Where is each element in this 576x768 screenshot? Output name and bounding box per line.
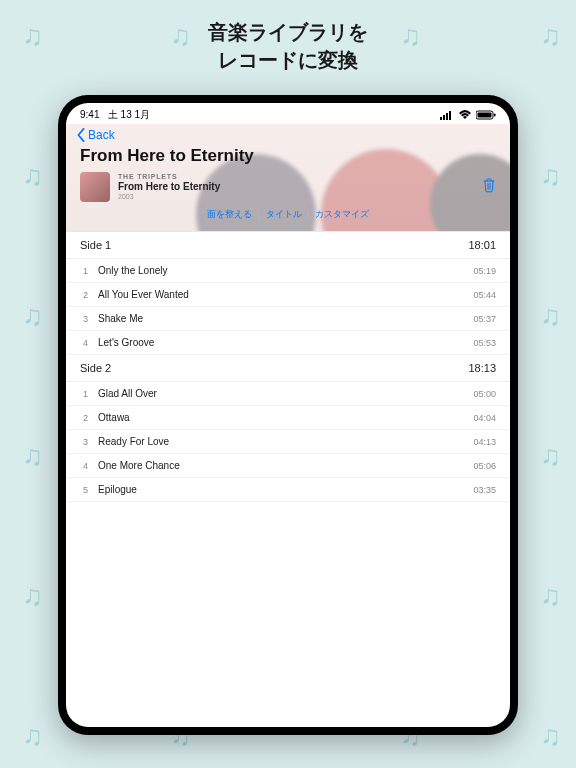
- back-button[interactable]: Back: [66, 124, 510, 144]
- track-duration: 04:04: [473, 413, 496, 423]
- track-name: Ottawa: [98, 412, 463, 423]
- svg-rect-6: [494, 114, 496, 117]
- track-duration: 05:00: [473, 389, 496, 399]
- track-number: 1: [80, 266, 88, 276]
- track-number: 2: [80, 413, 88, 423]
- album-info-row: The Triplets From Here to Eternity 2003: [66, 172, 510, 206]
- action-links: 面を整える | タイトル | カスタマイズ: [66, 206, 510, 225]
- track-row[interactable]: 1 Glad All Over 05:00: [66, 382, 510, 406]
- track-name: Shake Me: [98, 313, 463, 324]
- track-name: Only the Lonely: [98, 265, 463, 276]
- svg-rect-2: [446, 113, 448, 120]
- track-number: 4: [80, 461, 88, 471]
- track-name: Ready For Love: [98, 436, 463, 447]
- svg-rect-1: [443, 115, 445, 120]
- svg-rect-3: [449, 111, 451, 120]
- album-artwork[interactable]: [80, 172, 110, 202]
- track-duration: 03:35: [473, 485, 496, 495]
- album-artist: The Triplets: [118, 173, 474, 181]
- track-number: 5: [80, 485, 88, 495]
- svg-rect-5: [478, 113, 492, 118]
- album-meta: The Triplets From Here to Eternity 2003: [118, 173, 474, 201]
- album-year: 2003: [118, 193, 474, 201]
- track-name: Let's Groove: [98, 337, 463, 348]
- battery-icon: [476, 110, 496, 120]
- side-header: Side 1 18:01: [66, 231, 510, 259]
- wifi-icon: [458, 110, 472, 120]
- page-title: From Here to Eternity: [66, 144, 510, 172]
- action-adjust[interactable]: 面を整える: [207, 209, 252, 219]
- track-name: Glad All Over: [98, 388, 463, 399]
- promo-title: 音楽ライブラリを レコードに変換: [0, 18, 576, 74]
- track-duration: 05:44: [473, 290, 496, 300]
- status-date: 土 13 1月: [108, 109, 150, 120]
- album-header: Back From Here to Eternity The Triplets …: [66, 124, 510, 231]
- separator: |: [307, 209, 309, 219]
- album-name: From Here to Eternity: [118, 181, 474, 193]
- track-row[interactable]: 1 Only the Lonely 05:19: [66, 259, 510, 283]
- track-number: 2: [80, 290, 88, 300]
- device-screen: 9:41 土 13 1月 Ba: [66, 103, 510, 727]
- side-duration: 18:01: [468, 239, 496, 251]
- track-row[interactable]: 2 Ottawa 04:04: [66, 406, 510, 430]
- back-label: Back: [88, 128, 115, 142]
- side-label: Side 1: [80, 239, 111, 251]
- track-number: 1: [80, 389, 88, 399]
- track-duration: 05:19: [473, 266, 496, 276]
- chevron-left-icon: [76, 128, 86, 142]
- track-row[interactable]: 2 All You Ever Wanted 05:44: [66, 283, 510, 307]
- delete-button[interactable]: [482, 177, 496, 197]
- track-number: 3: [80, 437, 88, 447]
- track-duration: 05:53: [473, 338, 496, 348]
- device-frame: 9:41 土 13 1月 Ba: [58, 95, 518, 735]
- trash-icon: [482, 177, 496, 193]
- track-number: 3: [80, 314, 88, 324]
- track-name: All You Ever Wanted: [98, 289, 463, 300]
- svg-rect-0: [440, 117, 442, 120]
- status-bar: 9:41 土 13 1月: [66, 103, 510, 124]
- track-row[interactable]: 4 One More Chance 05:06: [66, 454, 510, 478]
- track-duration: 05:37: [473, 314, 496, 324]
- track-number: 4: [80, 338, 88, 348]
- track-duration: 04:13: [473, 437, 496, 447]
- track-row[interactable]: 3 Shake Me 05:37: [66, 307, 510, 331]
- side-duration: 18:13: [468, 362, 496, 374]
- track-duration: 05:06: [473, 461, 496, 471]
- signal-icon: [440, 110, 454, 120]
- action-title[interactable]: タイトル: [266, 209, 302, 219]
- separator: |: [258, 209, 260, 219]
- track-name: Epilogue: [98, 484, 463, 495]
- side-header: Side 2 18:13: [66, 355, 510, 382]
- track-list: Side 1 18:01 1 Only the Lonely 05:19 2 A…: [66, 231, 510, 727]
- status-time: 9:41: [80, 109, 99, 120]
- track-row[interactable]: 5 Epilogue 03:35: [66, 478, 510, 502]
- track-row[interactable]: 4 Let's Groove 05:53: [66, 331, 510, 355]
- status-left: 9:41 土 13 1月: [80, 108, 150, 122]
- side-label: Side 2: [80, 362, 111, 374]
- action-customize[interactable]: カスタマイズ: [315, 209, 369, 219]
- track-row[interactable]: 3 Ready For Love 04:13: [66, 430, 510, 454]
- track-name: One More Chance: [98, 460, 463, 471]
- status-right: [440, 110, 496, 120]
